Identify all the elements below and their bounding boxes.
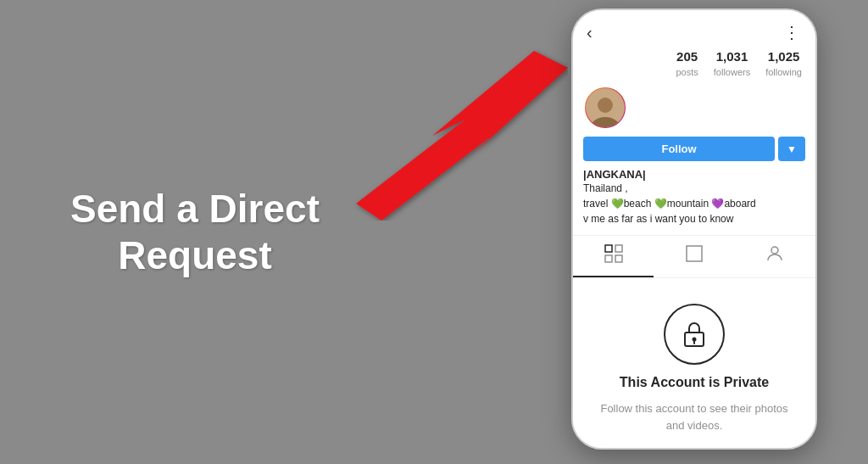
bio-line2: travel 💚beach 💚mountain 💜aboard [583, 196, 805, 211]
posts-label: posts [676, 67, 698, 77]
following-stat: 1,025 following [765, 49, 802, 79]
tab-grid[interactable] [573, 236, 654, 277]
avatar [583, 86, 627, 130]
tab-list[interactable] [654, 236, 734, 277]
posts-count: 205 [676, 49, 698, 64]
tab-tagged[interactable] [735, 236, 815, 277]
svg-rect-6 [615, 255, 622, 262]
follow-row: Follow ▼ [573, 137, 815, 168]
follow-button[interactable]: Follow [583, 137, 775, 161]
following-label: following [765, 67, 802, 77]
private-description: Follow this account to see their photos … [590, 400, 798, 433]
svg-point-2 [592, 117, 619, 127]
followers-count: 1,031 [714, 49, 750, 64]
bio-section: |ANGKANA| Thailand , travel 💚beach 💚moun… [573, 168, 815, 235]
svg-point-1 [598, 98, 613, 113]
phone-mockup: ‹ ⋮ 205 posts 1,031 followers 1,025 foll… [571, 8, 817, 450]
private-title: This Account is Private [620, 375, 769, 390]
svg-rect-3 [605, 245, 612, 252]
lock-circle [664, 304, 725, 365]
svg-rect-5 [605, 255, 612, 262]
following-count: 1,025 [765, 49, 802, 64]
top-bar: ‹ ⋮ [573, 10, 815, 49]
stats-row: 205 posts 1,031 followers 1,025 followin… [573, 49, 815, 86]
back-icon[interactable]: ‹ [587, 23, 593, 42]
svg-marker-0 [356, 51, 568, 221]
private-account-section: This Account is Private Follow this acco… [573, 287, 815, 450]
heading-line1: Send a Direct [70, 186, 320, 230]
svg-point-8 [771, 247, 778, 254]
heading-line2: Request [118, 233, 271, 277]
posts-stat: 205 posts [676, 49, 698, 79]
profile-section [573, 86, 815, 137]
main-heading: Send a Direct Request [51, 185, 339, 278]
lock-icon [679, 319, 709, 349]
svg-rect-7 [687, 246, 702, 261]
phone-screen: ‹ ⋮ 205 posts 1,031 followers 1,025 foll… [573, 10, 815, 448]
more-options-icon[interactable]: ⋮ [783, 22, 802, 42]
followers-stat: 1,031 followers [714, 49, 750, 79]
person-icon [765, 244, 784, 267]
content-tabs [573, 235, 815, 278]
username: |ANGKANA| [583, 168, 805, 181]
bio-line1: Thailand , [583, 181, 805, 196]
avatar-image [586, 88, 625, 127]
list-icon [685, 244, 704, 267]
grid-icon [604, 244, 623, 267]
followers-label: followers [714, 67, 750, 77]
bio-line3: v me as far as i want you to know [583, 211, 805, 226]
follow-dropdown-button[interactable]: ▼ [778, 137, 805, 161]
svg-rect-4 [615, 245, 622, 252]
